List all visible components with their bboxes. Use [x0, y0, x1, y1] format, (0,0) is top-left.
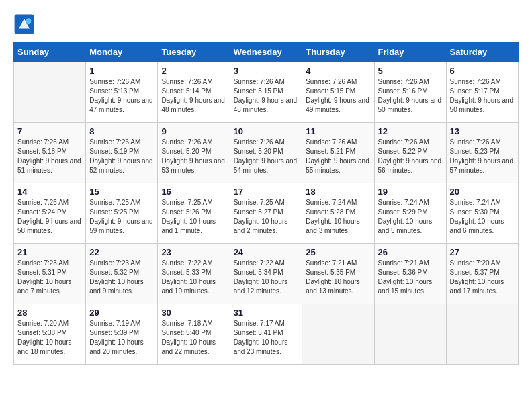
day-number: 20	[450, 187, 515, 197]
svg-point-2	[26, 18, 31, 24]
calendar-cell: 30Sunrise: 7:18 AM Sunset: 5:40 PM Dayli…	[158, 304, 230, 365]
calendar-cell: 15Sunrise: 7:25 AM Sunset: 5:25 PM Dayli…	[86, 183, 158, 244]
calendar-cell: 6Sunrise: 7:26 AM Sunset: 5:17 PM Daylig…	[446, 62, 518, 123]
day-number: 30	[161, 308, 226, 318]
calendar-header: SundayMondayTuesdayWednesdayThursdayFrid…	[14, 42, 519, 62]
day-info: Sunrise: 7:20 AM Sunset: 5:37 PM Dayligh…	[450, 259, 515, 296]
week-row-4: 21Sunrise: 7:23 AM Sunset: 5:31 PM Dayli…	[14, 244, 519, 304]
calendar-cell: 31Sunrise: 7:17 AM Sunset: 5:41 PM Dayli…	[230, 304, 302, 365]
day-info: Sunrise: 7:26 AM Sunset: 5:21 PM Dayligh…	[306, 138, 370, 175]
day-info: Sunrise: 7:24 AM Sunset: 5:29 PM Dayligh…	[378, 198, 443, 236]
calendar-cell: 26Sunrise: 7:21 AM Sunset: 5:36 PM Dayli…	[374, 244, 446, 304]
day-number: 31	[234, 308, 299, 318]
day-info: Sunrise: 7:18 AM Sunset: 5:40 PM Dayligh…	[161, 319, 226, 357]
day-info: Sunrise: 7:26 AM Sunset: 5:16 PM Dayligh…	[378, 77, 443, 115]
day-number: 12	[378, 126, 443, 136]
day-number: 1	[89, 66, 154, 76]
header-day-monday: Monday	[86, 42, 158, 62]
day-info: Sunrise: 7:26 AM Sunset: 5:23 PM Dayligh…	[450, 138, 515, 175]
week-row-3: 14Sunrise: 7:26 AM Sunset: 5:24 PM Dayli…	[14, 183, 519, 244]
day-info: Sunrise: 7:26 AM Sunset: 5:22 PM Dayligh…	[378, 138, 443, 175]
day-info: Sunrise: 7:26 AM Sunset: 5:24 PM Dayligh…	[17, 198, 82, 236]
week-row-2: 7Sunrise: 7:26 AM Sunset: 5:18 PM Daylig…	[14, 123, 519, 183]
calendar-cell: 19Sunrise: 7:24 AM Sunset: 5:29 PM Dayli…	[374, 183, 446, 244]
day-info: Sunrise: 7:22 AM Sunset: 5:34 PM Dayligh…	[234, 259, 299, 296]
day-number: 21	[17, 247, 82, 257]
day-info: Sunrise: 7:26 AM Sunset: 5:13 PM Dayligh…	[89, 77, 154, 115]
calendar-cell	[446, 304, 518, 365]
day-info: Sunrise: 7:26 AM Sunset: 5:15 PM Dayligh…	[306, 77, 370, 115]
day-info: Sunrise: 7:17 AM Sunset: 5:41 PM Dayligh…	[234, 319, 299, 357]
day-number: 3	[234, 66, 299, 76]
day-info: Sunrise: 7:22 AM Sunset: 5:33 PM Dayligh…	[161, 259, 226, 296]
day-info: Sunrise: 7:26 AM Sunset: 5:18 PM Dayligh…	[17, 138, 82, 175]
day-number: 23	[161, 247, 226, 257]
calendar-cell: 18Sunrise: 7:24 AM Sunset: 5:28 PM Dayli…	[302, 183, 374, 244]
calendar-cell	[374, 304, 446, 365]
day-number: 17	[234, 187, 299, 197]
calendar-cell: 3Sunrise: 7:26 AM Sunset: 5:15 PM Daylig…	[230, 62, 302, 123]
calendar-cell: 1Sunrise: 7:26 AM Sunset: 5:13 PM Daylig…	[86, 62, 158, 123]
day-number: 8	[89, 126, 154, 136]
day-info: Sunrise: 7:20 AM Sunset: 5:38 PM Dayligh…	[17, 319, 82, 357]
day-info: Sunrise: 7:19 AM Sunset: 5:39 PM Dayligh…	[89, 319, 154, 357]
calendar-cell	[302, 304, 374, 365]
calendar-cell: 22Sunrise: 7:23 AM Sunset: 5:32 PM Dayli…	[86, 244, 158, 304]
calendar-cell: 5Sunrise: 7:26 AM Sunset: 5:16 PM Daylig…	[374, 62, 446, 123]
calendar-cell: 14Sunrise: 7:26 AM Sunset: 5:24 PM Dayli…	[14, 183, 86, 244]
day-info: Sunrise: 7:26 AM Sunset: 5:15 PM Dayligh…	[234, 77, 299, 115]
day-number: 19	[378, 187, 443, 197]
day-info: Sunrise: 7:25 AM Sunset: 5:26 PM Dayligh…	[161, 198, 226, 236]
day-number: 15	[89, 187, 154, 197]
day-number: 4	[306, 66, 370, 76]
day-number: 2	[161, 66, 226, 76]
day-number: 16	[161, 187, 226, 197]
day-number: 7	[17, 126, 82, 136]
calendar-cell: 27Sunrise: 7:20 AM Sunset: 5:37 PM Dayli…	[446, 244, 518, 304]
calendar-cell: 9Sunrise: 7:26 AM Sunset: 5:20 PM Daylig…	[158, 123, 230, 183]
calendar-cell: 28Sunrise: 7:20 AM Sunset: 5:38 PM Dayli…	[14, 304, 86, 365]
calendar-cell: 11Sunrise: 7:26 AM Sunset: 5:21 PM Dayli…	[302, 123, 374, 183]
day-number: 10	[234, 126, 299, 136]
day-info: Sunrise: 7:26 AM Sunset: 5:20 PM Dayligh…	[161, 138, 226, 175]
day-number: 25	[306, 247, 370, 257]
day-number: 27	[450, 247, 515, 257]
day-number: 29	[89, 308, 154, 318]
day-number: 11	[306, 126, 370, 136]
day-info: Sunrise: 7:26 AM Sunset: 5:17 PM Dayligh…	[450, 77, 515, 115]
header-day-sunday: Sunday	[14, 42, 86, 62]
day-info: Sunrise: 7:21 AM Sunset: 5:36 PM Dayligh…	[378, 259, 443, 296]
calendar-cell: 4Sunrise: 7:26 AM Sunset: 5:15 PM Daylig…	[302, 62, 374, 123]
calendar-cell: 8Sunrise: 7:26 AM Sunset: 5:19 PM Daylig…	[86, 123, 158, 183]
calendar-cell: 2Sunrise: 7:26 AM Sunset: 5:14 PM Daylig…	[158, 62, 230, 123]
calendar-cell: 16Sunrise: 7:25 AM Sunset: 5:26 PM Dayli…	[158, 183, 230, 244]
logo-icon	[13, 13, 35, 35]
calendar-cell: 7Sunrise: 7:26 AM Sunset: 5:18 PM Daylig…	[14, 123, 86, 183]
day-number: 14	[17, 187, 82, 197]
day-info: Sunrise: 7:26 AM Sunset: 5:20 PM Dayligh…	[234, 138, 299, 175]
week-row-5: 28Sunrise: 7:20 AM Sunset: 5:38 PM Dayli…	[14, 304, 519, 365]
header-day-thursday: Thursday	[302, 42, 374, 62]
day-number: 6	[450, 66, 515, 76]
header-day-saturday: Saturday	[446, 42, 518, 62]
day-info: Sunrise: 7:21 AM Sunset: 5:35 PM Dayligh…	[306, 259, 370, 296]
day-number: 9	[161, 126, 226, 136]
day-number: 18	[306, 187, 370, 197]
calendar-cell: 23Sunrise: 7:22 AM Sunset: 5:33 PM Dayli…	[158, 244, 230, 304]
day-info: Sunrise: 7:23 AM Sunset: 5:32 PM Dayligh…	[89, 259, 154, 296]
calendar-table: SundayMondayTuesdayWednesdayThursdayFrid…	[13, 42, 519, 365]
day-info: Sunrise: 7:25 AM Sunset: 5:25 PM Dayligh…	[89, 198, 154, 236]
calendar-body: 1Sunrise: 7:26 AM Sunset: 5:13 PM Daylig…	[14, 62, 519, 365]
calendar-cell: 24Sunrise: 7:22 AM Sunset: 5:34 PM Dayli…	[230, 244, 302, 304]
day-number: 5	[378, 66, 443, 76]
calendar-cell: 25Sunrise: 7:21 AM Sunset: 5:35 PM Dayli…	[302, 244, 374, 304]
calendar-cell: 13Sunrise: 7:26 AM Sunset: 5:23 PM Dayli…	[446, 123, 518, 183]
calendar-cell: 12Sunrise: 7:26 AM Sunset: 5:22 PM Dayli…	[374, 123, 446, 183]
day-info: Sunrise: 7:26 AM Sunset: 5:14 PM Dayligh…	[161, 77, 226, 115]
day-info: Sunrise: 7:26 AM Sunset: 5:19 PM Dayligh…	[89, 138, 154, 175]
day-info: Sunrise: 7:23 AM Sunset: 5:31 PM Dayligh…	[17, 259, 82, 296]
day-info: Sunrise: 7:25 AM Sunset: 5:27 PM Dayligh…	[234, 198, 299, 236]
calendar-cell: 10Sunrise: 7:26 AM Sunset: 5:20 PM Dayli…	[230, 123, 302, 183]
day-number: 13	[450, 126, 515, 136]
week-row-1: 1Sunrise: 7:26 AM Sunset: 5:13 PM Daylig…	[14, 62, 519, 123]
